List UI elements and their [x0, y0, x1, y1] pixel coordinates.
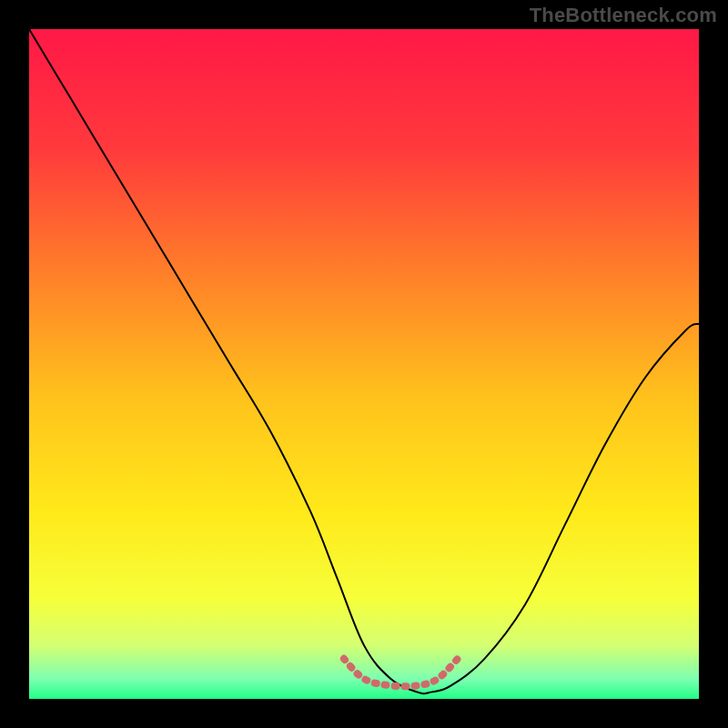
watermark-text: TheBottleneck.com — [530, 4, 717, 27]
bottleneck-chart — [0, 0, 728, 728]
plot-area — [29, 29, 699, 699]
chart-frame: TheBottleneck.com — [0, 0, 728, 728]
